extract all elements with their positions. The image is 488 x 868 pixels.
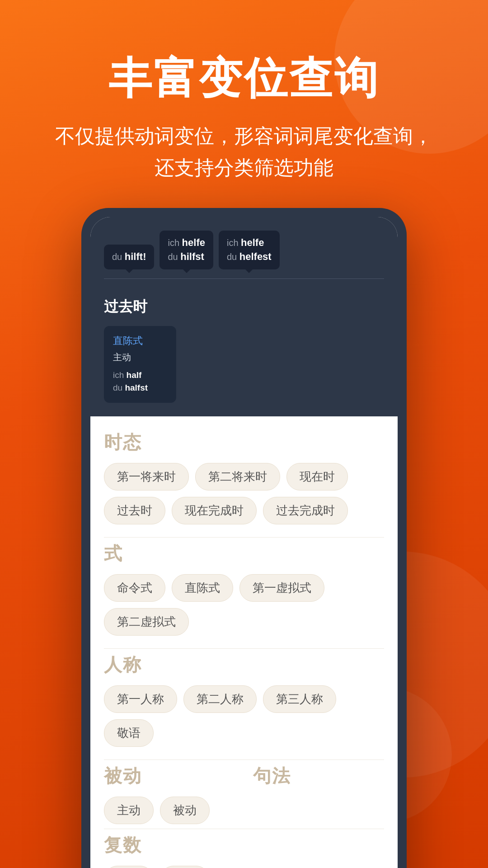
- tooltip-2-pronoun-du: du: [168, 252, 180, 262]
- tooltip-2-pronoun-ich: ich: [168, 238, 182, 248]
- screen-divider-line: [104, 278, 384, 279]
- phone-container: du hilft! ich helfe du hilfst ich helfe …: [81, 208, 407, 868]
- filter-syntax-label: 句法: [253, 764, 384, 788]
- divider-2: [104, 648, 384, 649]
- filter-voice-tags: 主动 被动: [104, 797, 235, 824]
- tooltip-3-pronoun-du: du: [227, 252, 239, 262]
- tense-card-voice: 主动: [113, 351, 167, 363]
- filter-person-section: 人称 第一人称 第二人称 第三人称 敬语: [104, 652, 384, 747]
- filter-tag-future1[interactable]: 第一将来时: [104, 463, 189, 491]
- tooltip-3-pronoun-ich: ich: [227, 238, 241, 248]
- tooltip-3-verb-helfest: helfest: [239, 251, 272, 262]
- tense-card-mode: 直陈式: [113, 334, 167, 348]
- screen-bottom: 时态 第一将来时 第二将来时 现在时 过去时 现在完成时 过去完成时 式: [90, 416, 398, 868]
- filter-voice-label: 被动: [104, 764, 235, 788]
- subtitle-line2: 还支持分类筛选功能: [155, 156, 333, 179]
- tooltips-row: du hilft! ich helfe du hilfst ich helfe …: [90, 217, 398, 278]
- screen-top: du hilft! ich helfe du hilfst ich helfe …: [90, 217, 398, 416]
- divider-1: [104, 537, 384, 538]
- tooltip-1-verb: hilft!: [125, 251, 146, 262]
- filter-tag-imperative[interactable]: 命令式: [104, 574, 165, 602]
- tooltip-1[interactable]: du hilft!: [104, 245, 154, 269]
- filter-mode-tags: 命令式 直陈式 第一虚拟式 第二虚拟式: [104, 574, 384, 636]
- phone-screen: du hilft! ich helfe du hilfst ich helfe …: [90, 217, 398, 868]
- divider-4: [104, 829, 384, 829]
- tooltip-2-verb-helfe: helfe: [182, 237, 205, 248]
- filter-tag-second-person[interactable]: 第二人称: [183, 685, 257, 713]
- filter-voice-col: 被动 主动 被动: [104, 764, 235, 824]
- filter-tag-past-perfect[interactable]: 过去完成时: [263, 497, 348, 524]
- filter-number-label: 复数: [104, 833, 384, 858]
- filter-number-section: 复数 单数 复数: [104, 833, 384, 868]
- main-title: 丰富变位查询: [36, 54, 452, 102]
- tooltip-1-pronoun: du: [112, 252, 125, 262]
- filter-tag-subjunctive1[interactable]: 第一虚拟式: [239, 574, 324, 602]
- filter-tag-polite[interactable]: 敬语: [104, 719, 154, 747]
- tooltip-2-verb-hilfst: hilfst: [180, 251, 204, 262]
- divider-3: [104, 760, 384, 760]
- filter-tag-third-person[interactable]: 第三人称: [263, 685, 336, 713]
- page-header: 丰富变位查询 不仅提供动词变位，形容词词尾变化查询， 还支持分类筛选功能: [0, 0, 488, 202]
- filter-tense-tags: 第一将来时 第二将来时 现在时 过去时 现在完成时 过去完成时: [104, 463, 384, 524]
- filter-tag-plural[interactable]: 复数: [160, 866, 210, 868]
- tooltip-2[interactable]: ich helfe du hilfst: [160, 231, 213, 269]
- tooltip-3[interactable]: ich helfe du helfest: [219, 231, 280, 269]
- tooltip-3-verb-helfe: helfe: [241, 237, 264, 248]
- tense-pronoun-ich: ich: [113, 370, 127, 380]
- filter-tag-subjunctive2[interactable]: 第二虚拟式: [104, 608, 189, 636]
- tense-card-conjugation: ich half du halfst: [113, 369, 167, 395]
- filter-tag-first-person[interactable]: 第一人称: [104, 685, 177, 713]
- filter-tag-singular[interactable]: 单数: [104, 866, 154, 868]
- filter-syntax-col: 句法: [253, 764, 384, 824]
- filter-tag-passive[interactable]: 被动: [160, 797, 210, 824]
- filter-person-label: 人称: [104, 652, 384, 677]
- filter-tag-indicative[interactable]: 直陈式: [172, 574, 233, 602]
- tense-title: 过去时: [104, 297, 384, 317]
- filter-tense-label: 时态: [104, 430, 384, 455]
- filter-mode-section: 式 命令式 直陈式 第一虚拟式 第二虚拟式: [104, 541, 384, 636]
- filter-tag-future2[interactable]: 第二将来时: [195, 463, 280, 491]
- filter-tag-present[interactable]: 现在时: [286, 463, 348, 491]
- filter-voice-syntax-row: 被动 主动 被动 句法: [104, 764, 384, 824]
- filter-person-tags: 第一人称 第二人称 第三人称 敬语: [104, 685, 384, 747]
- filter-tag-active[interactable]: 主动: [104, 797, 154, 824]
- filter-number-tags: 单数 复数: [104, 866, 384, 868]
- phone-frame: du hilft! ich helfe du hilfst ich helfe …: [81, 208, 407, 868]
- tense-pronoun-du: du: [113, 383, 125, 392]
- tense-verb-halfst: halfst: [125, 383, 148, 392]
- subtitle-line1: 不仅提供动词变位，形容词词尾变化查询，: [55, 125, 433, 147]
- tense-section: 过去时 直陈式 主动 ich half du halfst: [90, 288, 398, 416]
- filter-tag-past[interactable]: 过去时: [104, 497, 165, 524]
- filter-mode-label: 式: [104, 541, 384, 566]
- filter-tag-present-perfect[interactable]: 现在完成时: [172, 497, 257, 524]
- tense-verb-half: half: [127, 370, 142, 380]
- subtitle: 不仅提供动词变位，形容词词尾变化查询， 还支持分类筛选功能: [36, 120, 452, 184]
- tense-card: 直陈式 主动 ich half du halfst: [104, 326, 176, 403]
- filter-tense-section: 时态 第一将来时 第二将来时 现在时 过去时 现在完成时 过去完成时: [104, 430, 384, 524]
